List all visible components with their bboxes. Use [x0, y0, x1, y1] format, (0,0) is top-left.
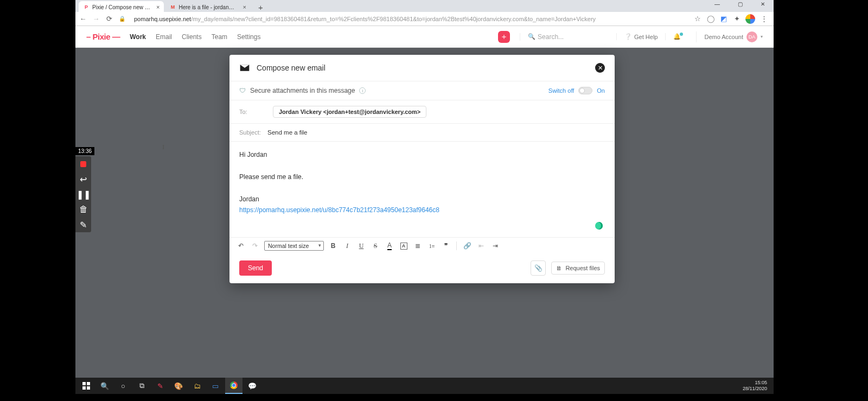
account-name: Demo Account — [704, 34, 743, 40]
start-button[interactable] — [78, 378, 95, 394]
recipient-chip[interactable]: Jordan Vickery <jordan+test@jordanvicker… — [273, 106, 426, 118]
extensions-puzzle-icon[interactable]: ✦ — [732, 15, 741, 23]
taskbar-search-button[interactable]: 🔍 — [96, 378, 113, 394]
search-icon: 🔍 — [528, 33, 535, 40]
bold-button[interactable]: B — [328, 241, 338, 251]
recorder-timer: 13:36 — [75, 147, 94, 155]
get-help-button[interactable]: ❔ Get Help — [616, 33, 658, 40]
strike-button[interactable]: S — [371, 241, 380, 251]
url-host: pomarhq.usepixie.net — [134, 16, 191, 22]
taskbar-clock[interactable]: 15:05 28/11/2020 — [738, 380, 771, 392]
browser-tab[interactable]: P Pixie / Compose new email × — [79, 1, 164, 12]
window-minimize[interactable]: — — [710, 1, 725, 7]
browser-tab[interactable]: M Here is a file - jordan@jordanvic × — [165, 1, 250, 12]
recorder-draw-button[interactable]: ✎ — [75, 217, 91, 232]
search-placeholder: Search... — [538, 33, 564, 41]
indent-button[interactable]: ⇥ — [490, 241, 500, 251]
nav-back-icon[interactable]: ← — [79, 15, 87, 23]
extension-icon[interactable]: ◩ — [719, 15, 728, 23]
pixie-logo[interactable]: – Pixie — — [86, 32, 120, 41]
outdent-button[interactable]: ⇤ — [476, 241, 486, 251]
attach-file-button[interactable]: 📎 — [531, 260, 546, 276]
grammarly-indicator[interactable] — [595, 222, 603, 230]
nav-forward-icon[interactable]: → — [92, 15, 100, 23]
paperclip-icon: 📎 — [534, 264, 542, 272]
file-icon: 🗎 — [556, 265, 562, 271]
new-tab-button[interactable]: + — [255, 3, 266, 12]
bullet-list-button[interactable]: ≣ — [413, 241, 423, 251]
secure-toggle[interactable] — [578, 87, 592, 94]
nav-clients[interactable]: Clients — [182, 33, 202, 41]
recorder-delete-button[interactable]: 🗑 — [75, 202, 91, 217]
quote-button[interactable]: ❞ — [441, 241, 451, 251]
chevron-down-icon: ▾ — [761, 34, 763, 39]
body-upload-link[interactable]: https://pomarhq.usepixie.net/u/8bc774c7b… — [239, 206, 439, 214]
number-list-button[interactable]: 1≡ — [427, 241, 437, 251]
svg-rect-2 — [82, 386, 86, 390]
to-label: To: — [239, 109, 265, 115]
nav-settings[interactable]: Settings — [237, 33, 260, 41]
request-files-button[interactable]: 🗎 Request files — [551, 262, 605, 275]
pixie-favicon: P — [83, 4, 90, 10]
info-icon[interactable]: i — [359, 87, 366, 94]
chrome-menu-icon[interactable]: ⋮ — [760, 15, 768, 23]
text-color-button[interactable]: A — [385, 241, 394, 251]
secure-label: Secure attachments in this message — [250, 87, 355, 94]
email-body-editor[interactable]: Hi Jordan Please send me a file. Jordan … — [229, 142, 615, 237]
lock-icon[interactable]: 🔒 — [118, 15, 126, 23]
window-close[interactable]: ✕ — [755, 1, 770, 7]
window-maximize[interactable]: ▢ — [732, 1, 748, 7]
undo-button[interactable]: ↶ — [236, 241, 246, 251]
subject-label: Subject: — [239, 129, 263, 136]
nav-email[interactable]: Email — [156, 33, 172, 41]
italic-button[interactable]: I — [342, 241, 352, 251]
redo-button[interactable]: ↷ — [250, 241, 260, 251]
account-menu[interactable]: Demo Account DA ▾ — [696, 31, 763, 42]
modal-close-button[interactable]: ✕ — [595, 63, 605, 73]
chrome-taskbar-button[interactable] — [225, 378, 242, 394]
nav-reload-icon[interactable]: ⟳ — [105, 15, 113, 23]
app-header: – Pixie — Work Email Clients Team Settin… — [75, 26, 774, 48]
star-icon[interactable]: ☆ — [693, 15, 702, 23]
recorder-restart-button[interactable]: ↩ — [75, 171, 91, 187]
header-search[interactable]: 🔍 Search... — [520, 33, 607, 41]
toggle-off-label[interactable]: Switch off — [548, 87, 575, 94]
taskbar-app[interactable]: 🎨 — [170, 378, 187, 394]
body-greeting: Hi Jordan — [239, 149, 605, 160]
extension-icon[interactable]: ◯ — [706, 15, 715, 23]
taskbar-app[interactable]: ✎ — [151, 378, 169, 394]
shield-icon: 🛡 — [239, 87, 246, 94]
toggle-on-label[interactable]: On — [597, 87, 605, 94]
taskbar-app[interactable]: ▭ — [207, 378, 224, 394]
profile-avatar[interactable] — [745, 14, 755, 24]
windows-taskbar: 🔍 ○ ⧉ ✎ 🎨 🗂 ▭ 💬 15:05 28/11/2020 — [75, 378, 774, 394]
close-icon[interactable]: × — [156, 4, 159, 10]
nav-work[interactable]: Work — [130, 33, 146, 41]
file-explorer-button[interactable]: 🗂 — [188, 378, 206, 394]
recorder-stop-button[interactable] — [75, 156, 91, 171]
url-input[interactable]: pomarhq.usepixie.net/my_day/emails/new?c… — [131, 15, 689, 23]
notifications-button[interactable]: 🔔 — [665, 33, 688, 40]
window-controls: — ▢ ✕ — [710, 1, 770, 7]
text-size-dropdown[interactable]: Normal text size — [264, 241, 324, 251]
compose-email-modal: Compose new email ✕ 🛡 Secure attachments… — [229, 55, 615, 283]
underline-button[interactable]: U — [356, 241, 366, 251]
close-icon[interactable]: × — [242, 4, 246, 10]
taskbar-date: 28/11/2020 — [743, 386, 767, 392]
recorder-pause-button[interactable]: ❚❚ — [75, 187, 91, 202]
link-button[interactable]: 🔗 — [462, 241, 472, 251]
tab-title: Pixie / Compose new email — [92, 4, 152, 10]
task-view-button[interactable]: ⧉ — [133, 378, 150, 394]
body-line: Please send me a file. — [239, 171, 605, 182]
add-button[interactable]: ＋ — [498, 31, 510, 43]
help-label: Get Help — [634, 34, 658, 40]
svg-rect-3 — [87, 386, 90, 390]
nav-team[interactable]: Team — [212, 33, 227, 41]
taskbar-time: 15:05 — [743, 380, 767, 386]
taskbar-app[interactable]: 💬 — [244, 378, 261, 394]
tab-bar: P Pixie / Compose new email × M Here is … — [75, 0, 774, 12]
highlight-button[interactable]: A — [399, 241, 409, 251]
send-button[interactable]: Send — [239, 260, 272, 276]
cortana-button[interactable]: ○ — [114, 378, 132, 394]
subject-input[interactable] — [267, 129, 605, 136]
